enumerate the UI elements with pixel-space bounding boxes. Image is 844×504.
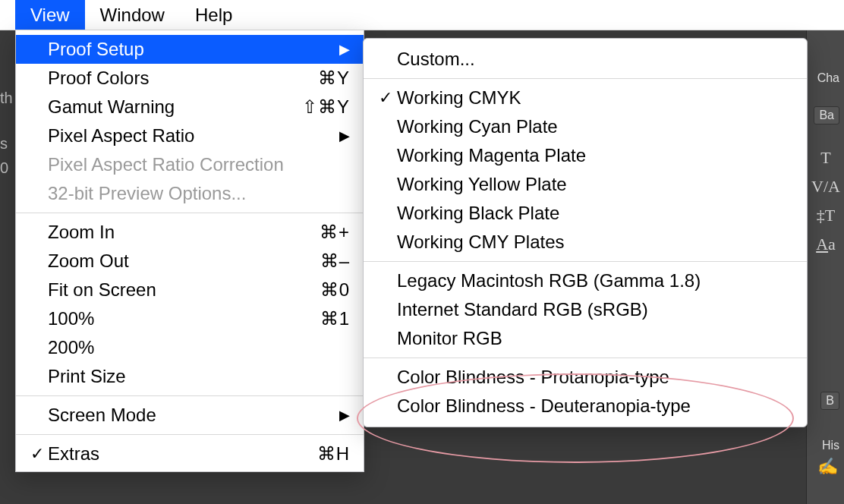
baseline-icon: Aa <box>816 235 836 254</box>
menu-separator <box>16 395 364 396</box>
submenu-arrow-icon: ▶ <box>332 407 350 424</box>
menu-item-deuteranopia[interactable]: Color Blindness - Deuteranopia-type <box>364 392 807 421</box>
menu-item-fit-on-screen[interactable]: Fit on Screen ⌘0 <box>16 276 364 304</box>
menubar-window[interactable]: Window <box>85 0 180 30</box>
proof-setup-submenu: Custom... ✓ Working CMYK Working Cyan Pl… <box>363 38 808 427</box>
menu-item-working-yellow[interactable]: Working Yellow Plate <box>364 170 807 199</box>
menu-item-extras[interactable]: ✓ Extras ⌘H <box>16 439 364 468</box>
menu-item-working-black[interactable]: Working Black Plate <box>364 199 807 228</box>
panel-character-label: Cha <box>814 67 842 90</box>
panel-button-ba[interactable]: Ba <box>814 106 839 124</box>
menubar: View Window Help <box>0 0 844 30</box>
menu-item-gamut-warning[interactable]: Gamut Warning ⇧⌘Y <box>16 93 364 121</box>
menu-separator <box>364 78 807 79</box>
menu-item-zoom-out[interactable]: Zoom Out ⌘– <box>16 247 364 276</box>
panel-history-label: His <box>819 434 842 457</box>
menu-item-working-cmyk[interactable]: ✓ Working CMYK <box>364 83 807 112</box>
check-icon: ✓ <box>374 88 397 108</box>
menu-item-working-cyan[interactable]: Working Cyan Plate <box>364 112 807 141</box>
proof-setup-label: Proof Setup <box>48 39 332 60</box>
menu-item-internet-srgb[interactable]: Internet Standard RGB (sRGB) <box>364 295 807 324</box>
view-menu: Proof Setup ▶ Proof Colors ⌘Y Gamut Warn… <box>15 30 364 472</box>
menu-item-200pct[interactable]: 200% <box>16 333 364 362</box>
leading-icon: ‡T <box>817 206 835 225</box>
submenu-arrow-icon: ▶ <box>332 41 350 58</box>
menubar-view[interactable]: View <box>15 0 85 30</box>
menu-item-legacy-mac-rgb[interactable]: Legacy Macintosh RGB (Gamma 1.8) <box>364 266 807 295</box>
menubar-help[interactable]: Help <box>180 0 247 30</box>
menu-item-proof-colors[interactable]: Proof Colors ⌘Y <box>16 64 364 93</box>
menu-item-pixel-aspect-ratio[interactable]: Pixel Aspect Ratio ▶ <box>16 121 364 150</box>
menu-item-working-magenta[interactable]: Working Magenta Plate <box>364 141 807 170</box>
check-icon: ✓ <box>27 444 48 464</box>
menu-item-zoom-in[interactable]: Zoom In ⌘+ <box>16 218 364 247</box>
menu-separator <box>364 358 807 358</box>
menu-item-custom[interactable]: Custom... <box>364 45 807 74</box>
submenu-arrow-icon: ▶ <box>332 128 350 144</box>
history-brush-icon: ✍ <box>817 457 838 477</box>
menu-separator <box>364 261 807 262</box>
menu-item-protanopia[interactable]: Color Blindness - Protanopia-type <box>364 363 807 392</box>
menu-item-monitor-rgb[interactable]: Monitor RGB <box>364 324 807 353</box>
menu-item-print-size[interactable]: Print Size <box>16 362 364 391</box>
menu-item-pixel-aspect-correction: Pixel Aspect Ratio Correction <box>16 150 364 179</box>
menu-separator <box>16 213 364 213</box>
right-panel-edge <box>806 30 844 504</box>
menu-item-working-cmy[interactable]: Working CMY Plates <box>364 228 807 257</box>
menu-item-32bit-preview: 32-bit Preview Options... <box>16 179 364 208</box>
menu-item-100pct[interactable]: 100% ⌘1 <box>16 304 364 333</box>
menu-separator <box>16 434 364 435</box>
panel-button-b[interactable]: B <box>820 392 839 410</box>
menu-item-screen-mode[interactable]: Screen Mode ▶ <box>16 401 364 430</box>
type-size-icon: T <box>820 148 830 168</box>
kerning-icon: V/A <box>811 177 840 197</box>
menu-item-proof-setup[interactable]: Proof Setup ▶ <box>16 35 364 64</box>
